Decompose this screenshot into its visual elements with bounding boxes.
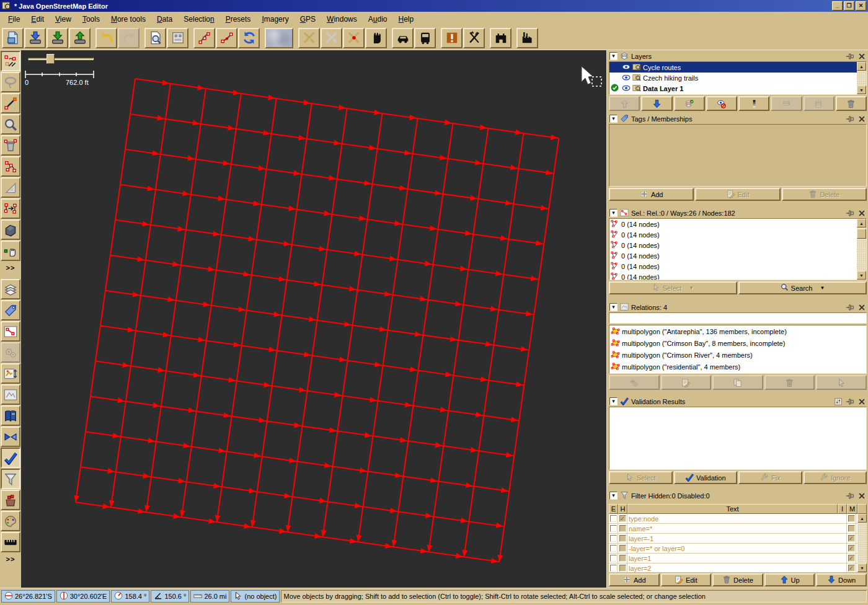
toolbar-undo-icon[interactable] <box>95 28 117 48</box>
tags-delete-button[interactable]: Delete <box>782 188 867 201</box>
side-paint-style-icon[interactable] <box>1 363 20 384</box>
side-parallel-way-icon[interactable] <box>1 198 20 219</box>
filter-hidden-checkbox[interactable] <box>619 525 626 532</box>
filter-delete-button[interactable]: Delete <box>712 573 763 586</box>
filter-enabled-checkbox[interactable] <box>610 565 617 572</box>
filter-col-i[interactable]: I <box>838 504 847 514</box>
menu-data[interactable]: Data <box>151 12 178 26</box>
selection-select-button[interactable]: Select▼ <box>609 281 737 294</box>
pin-icon[interactable] <box>845 492 854 500</box>
menu-windows[interactable]: Windows <box>321 12 363 26</box>
filter-row[interactable]: ✓type:nodeA <box>609 514 867 524</box>
side-point-hand-icon[interactable] <box>1 241 20 261</box>
collapse-icon[interactable]: ▼ <box>609 492 618 500</box>
eye-icon[interactable] <box>622 63 631 73</box>
filter-add-button[interactable]: Add <box>609 573 660 586</box>
layers-eye-slash[interactable] <box>706 96 737 111</box>
relation-row[interactable]: multipolygon ("residential", 4 members) <box>609 361 866 373</box>
toolbar-car-icon[interactable] <box>392 28 414 48</box>
side-building-tool-icon[interactable] <box>1 219 20 240</box>
toolbar-stop-hand-icon[interactable] <box>365 28 387 48</box>
filter-hidden-checkbox[interactable]: ✓ <box>619 515 626 522</box>
filter-hidden-checkbox[interactable] <box>619 565 626 572</box>
filter-up-button[interactable]: Up <box>764 573 815 586</box>
filter-text[interactable]: layer=2 <box>627 563 847 572</box>
side-tag-icon[interactable] <box>1 300 20 320</box>
side-relations-window-icon[interactable] <box>1 384 20 405</box>
side-unglue-icon[interactable] <box>1 156 20 177</box>
eye-icon[interactable] <box>622 84 631 94</box>
close-icon[interactable] <box>857 397 866 405</box>
layer-row[interactable]: Czech hiking trails <box>609 73 859 83</box>
side-delete-tool-icon[interactable] <box>1 135 20 156</box>
toolbar-crossing-ways-1-icon[interactable] <box>298 28 320 48</box>
side-filter-funnel-icon[interactable] <box>1 469 20 489</box>
toolbar-imagery-marble-icon[interactable] <box>265 28 293 48</box>
tags-add-button[interactable]: Add <box>609 188 694 201</box>
menu-gps[interactable]: GPS <box>294 12 321 26</box>
filter-enabled-checkbox[interactable] <box>610 545 617 552</box>
close-button[interactable]: ✕ <box>856 1 866 11</box>
menu-imagery[interactable]: Imagery <box>256 12 294 26</box>
toolbar-download-osm-icon[interactable] <box>24 28 46 48</box>
pin-icon[interactable] <box>845 52 854 60</box>
close-icon[interactable] <box>857 303 866 311</box>
pin-icon[interactable] <box>845 303 854 311</box>
side-layers-stack-icon[interactable] <box>1 279 20 299</box>
scrollbar[interactable]: ▲▼ <box>857 62 866 94</box>
layers-arrow-up-grey[interactable] <box>609 96 640 111</box>
toolbar-crossing-ways-2-icon[interactable] <box>321 28 342 48</box>
side-validator-check-icon[interactable] <box>1 448 20 468</box>
toolbar-factory-icon[interactable] <box>516 28 538 48</box>
relations-pencil-doc-button[interactable] <box>661 375 712 390</box>
validation-validation-button[interactable]: Validation <box>674 471 738 484</box>
pin-icon[interactable] <box>845 209 854 217</box>
filter-enabled-checkbox[interactable] <box>610 555 617 562</box>
collapse-icon[interactable]: ▼ <box>609 209 618 217</box>
collapse-icon[interactable]: ▼ <box>609 52 618 60</box>
layers-opacity-bar[interactable] <box>738 96 769 111</box>
layers-dup-stack[interactable] <box>804 96 835 111</box>
close-icon[interactable] <box>857 52 866 60</box>
filter-inverted-checkbox[interactable]: ✓ <box>848 565 855 572</box>
collapse-icon[interactable]: ▼ <box>609 115 618 123</box>
menu-more-tools[interactable]: More tools <box>105 12 151 26</box>
side-ruler-black-icon[interactable] <box>1 532 20 552</box>
menu-file[interactable]: File <box>2 12 25 26</box>
toolbar-crossing-ways-red-icon[interactable] <box>343 28 365 48</box>
menu-help[interactable]: Help <box>393 12 420 26</box>
relation-row[interactable]: multipolygon ("Crimson Bay", 8 members, … <box>609 337 866 349</box>
toolbar-upload-green-icon[interactable] <box>69 28 91 48</box>
filter-row[interactable]: -layer=* or layer=0✓A <box>609 544 867 554</box>
close-icon[interactable] <box>857 115 866 123</box>
layer-row[interactable]: Cycle routes <box>609 62 859 73</box>
side-select-tool-icon[interactable] <box>1 51 20 71</box>
filter-inverted-checkbox[interactable]: ✓ <box>848 555 855 562</box>
toolbar-search-preferences-icon[interactable] <box>144 28 166 48</box>
selection-row[interactable]: 0 (14 nodes) <box>609 219 866 229</box>
filter-col-e[interactable]: E <box>609 504 618 514</box>
filter-enabled-checkbox[interactable] <box>610 535 617 542</box>
relations-trash-button[interactable] <box>764 375 815 390</box>
relations-cursor-grey-button[interactable] <box>816 375 867 390</box>
filter-row[interactable]: layer=1✓A <box>609 554 867 563</box>
toolbar-combine-way-icon[interactable] <box>193 28 215 48</box>
toolbar-bus-icon[interactable] <box>414 28 436 48</box>
side-lasso-icon[interactable] <box>1 72 20 92</box>
settings-icon[interactable] <box>833 397 843 405</box>
menu-view[interactable]: View <box>50 12 77 26</box>
toolbar-warning-icon[interactable] <box>441 28 463 48</box>
toolbar-download-green-icon[interactable] <box>46 28 68 48</box>
layers-layers-check[interactable] <box>674 96 705 111</box>
relations-copy-docs-button[interactable] <box>712 375 763 390</box>
filter-text[interactable]: -layer=* or layer=0 <box>627 544 847 553</box>
filter-inverted-checkbox[interactable] <box>848 515 855 522</box>
layers-merge-stack[interactable] <box>771 96 802 111</box>
scroll-down-icon[interactable]: ▼ <box>857 271 866 280</box>
pin-icon[interactable] <box>845 397 854 405</box>
scroll-thumb[interactable] <box>857 229 866 239</box>
relation-row[interactable]: multipolygon ("Antarephia", 136 members,… <box>609 325 866 337</box>
menu-selection[interactable]: Selection <box>178 12 219 26</box>
selection-row[interactable]: 0 (14 nodes) <box>609 250 866 261</box>
scroll-up-icon[interactable]: ▲ <box>857 62 866 71</box>
